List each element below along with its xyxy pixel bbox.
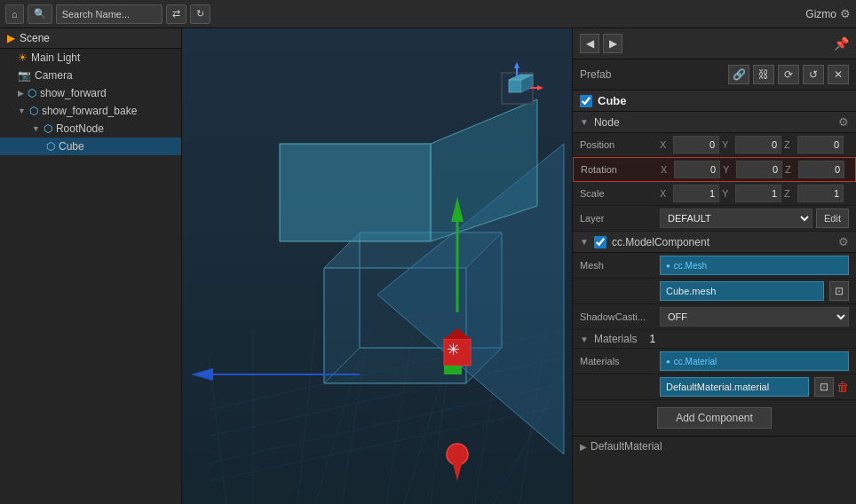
home-button[interactable]: ⌂	[5, 4, 24, 24]
right-panel: ◀ ▶ 📌 Prefab 🔗 ⛓ ⟳ ↺ ✕ Cube ▼ Node ⚙	[572, 28, 856, 504]
position-fields: X Y Z	[660, 136, 849, 154]
node-icon-3: ⬡	[44, 122, 52, 135]
node-gear-icon[interactable]: ⚙	[838, 115, 849, 129]
scene-svg: ✳	[182, 28, 572, 504]
materials-section-label: Materials	[594, 333, 638, 345]
position-x-input[interactable]	[673, 136, 719, 154]
search-input[interactable]	[56, 4, 162, 24]
material-label: Materials	[580, 356, 660, 366]
tree-item-show-forward-bake[interactable]: ▼ ⬡ show_forward_bake	[0, 102, 181, 120]
refresh-button[interactable]: ↻	[190, 4, 210, 24]
material-delete-button[interactable]: 🗑	[836, 380, 849, 394]
mesh-field: ● cc.Mesh	[660, 256, 849, 275]
material-value-row: DefaultMaterial.material ⊡ 🗑	[573, 374, 856, 400]
entity-checkbox[interactable]	[580, 95, 592, 107]
rot-y-label: Y	[723, 164, 733, 175]
scale-x-input[interactable]	[673, 185, 719, 202]
layer-label: Layer	[580, 213, 660, 224]
comp-gear-icon[interactable]: ⚙	[838, 235, 849, 248]
rotation-x-input[interactable]	[674, 161, 720, 178]
materials-section-row: ▼ Materials 1	[573, 330, 856, 349]
material-value-field: DefaultMaterial.material	[660, 377, 809, 397]
prefab-label: Prefab	[580, 68, 611, 81]
left-panel: ▶ Scene ☀ Main Light 📷 Camera ▶ ⬡ show_f…	[0, 28, 182, 504]
prefab-link-btn-1[interactable]: 🔗	[728, 65, 749, 84]
scale-y-label: Y	[722, 188, 733, 199]
top-toolbar: ⌂ 🔍 ⇄ ↻ Gizmo ⚙	[0, 0, 856, 28]
scale-fields: X Y Z	[660, 185, 849, 202]
mesh-value-field: Cube.mesh	[660, 281, 824, 301]
material-row: Materials ● cc.Material	[573, 349, 856, 374]
rot-z-label: Z	[785, 164, 796, 175]
layer-select[interactable]: DEFAULT	[660, 209, 812, 228]
mesh-type: cc.Mesh	[674, 261, 707, 271]
component-header: ▼ cc.ModelComponent ⚙	[573, 232, 856, 253]
position-z-input[interactable]	[797, 136, 844, 154]
tree-item-cube[interactable]: ⬡ Cube	[0, 138, 181, 155]
node-section-arrow: ▼	[580, 117, 589, 127]
search-button[interactable]: 🔍	[28, 4, 52, 24]
entity-name: Cube	[598, 94, 849, 107]
default-material-row[interactable]: ▶ DefaultMaterial	[573, 436, 856, 456]
pin-button[interactable]: 📌	[834, 36, 849, 51]
rotation-fields: X Y Z	[661, 161, 848, 178]
materials-count: 1	[650, 333, 656, 345]
prefab-link-btn-2[interactable]: ⛓	[753, 65, 774, 84]
gizmo-gear-icon[interactable]: ⚙	[840, 7, 851, 20]
rotation-row: Rotation X Y Z	[573, 157, 856, 182]
mesh-value-text: Cube.mesh	[666, 286, 716, 296]
nav-forward-button[interactable]: ▶	[603, 34, 622, 53]
tree-label-show-forward-bake: show_forward_bake	[42, 105, 137, 117]
materials-section-arrow: ▼	[580, 335, 589, 344]
viewport[interactable]: ✳	[182, 28, 572, 504]
tree-arrow-root-node: ▼	[32, 124, 40, 133]
node-icon-1: ⬡	[28, 87, 36, 99]
scale-z-input[interactable]	[797, 185, 844, 202]
mat-dot-icon: ●	[666, 358, 670, 366]
tree-item-root-node[interactable]: ▼ ⬡ RootNode	[0, 120, 181, 138]
mesh-row: Mesh ● cc.Mesh	[573, 253, 856, 279]
material-select-button[interactable]: ⊡	[814, 377, 834, 397]
layer-edit-button[interactable]: Edit	[816, 209, 849, 228]
prefab-sync-btn[interactable]: ⟳	[778, 65, 799, 84]
pos-z-label: Z	[784, 139, 795, 150]
prefab-reload-btn[interactable]: ↺	[803, 65, 824, 84]
scene-title: Scene	[20, 32, 50, 44]
nav-back-button[interactable]: ◀	[580, 34, 599, 53]
transform-button[interactable]: ⇄	[166, 4, 186, 24]
main-area: ▶ Scene ☀ Main Light 📷 Camera ▶ ⬡ show_f…	[0, 28, 856, 504]
tree-item-camera[interactable]: 📷 Camera	[0, 67, 181, 84]
position-y-input[interactable]	[735, 136, 781, 154]
default-mat-arrow-icon: ▶	[580, 442, 587, 452]
mesh-select-button[interactable]: ⊡	[829, 281, 849, 301]
scale-y-input[interactable]	[735, 185, 781, 202]
node-section-title: Node	[594, 116, 620, 129]
rotation-z-input[interactable]	[798, 161, 844, 178]
shadow-select[interactable]: OFF	[660, 307, 849, 327]
svg-rect-31	[444, 366, 462, 374]
prefab-close-btn[interactable]: ✕	[828, 65, 849, 84]
material-field: ● cc.Material	[660, 351, 849, 371]
tree-arrow-show-forward-bake: ▼	[18, 106, 26, 115]
scale-label: Scale	[580, 188, 660, 199]
shadow-row: ShadowCasti... OFF	[573, 304, 856, 330]
tree-item-show-forward[interactable]: ▶ ⬡ show_forward	[0, 84, 181, 102]
shadow-label: ShadowCasti...	[580, 311, 660, 322]
scale-row: Scale X Y Z	[573, 182, 856, 206]
tree-label-cube: Cube	[59, 140, 84, 153]
mesh-value-row: Cube.mesh ⊡	[573, 279, 856, 304]
default-mat-label: DefaultMaterial	[590, 440, 662, 453]
rot-x-label: X	[661, 164, 671, 175]
rotation-y-input[interactable]	[736, 161, 782, 178]
entity-row: Cube	[573, 91, 856, 112]
rotation-label: Rotation	[581, 164, 661, 175]
light-icon: ☀	[18, 51, 28, 64]
comp-name: cc.ModelComponent	[612, 236, 833, 248]
comp-checkbox[interactable]	[594, 236, 606, 248]
gizmo-label: Gizmo	[805, 8, 836, 20]
tree-item-main-light[interactable]: ☀ Main Light	[0, 49, 181, 67]
tree-arrow-show-forward: ▶	[18, 89, 24, 98]
add-component-button[interactable]: Add Component	[657, 407, 772, 429]
scale-x-label: X	[660, 188, 670, 199]
material-type: cc.Material	[674, 357, 717, 366]
